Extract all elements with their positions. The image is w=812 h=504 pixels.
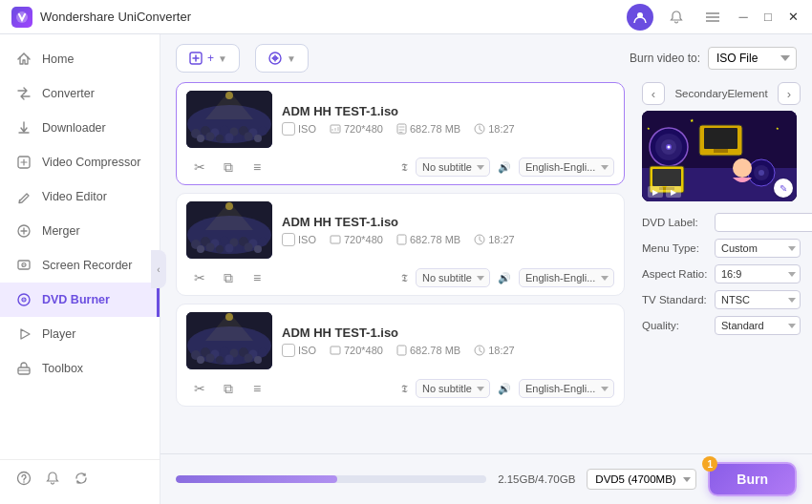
- maximize-button[interactable]: □: [760, 10, 776, 25]
- cut-btn-1[interactable]: ✂: [190, 158, 209, 177]
- editor-icon: [15, 188, 32, 205]
- minimize-button[interactable]: ─: [736, 10, 751, 25]
- menu-icon[interactable]: [699, 4, 726, 31]
- svg-point-15: [23, 481, 25, 483]
- edit-template-button[interactable]: ✎: [774, 178, 793, 198]
- copy-btn-3[interactable]: ⧉: [219, 379, 238, 398]
- svg-point-49: [258, 237, 267, 246]
- sidebar-item-merger[interactable]: Merger: [0, 214, 160, 248]
- sidebar-item-home[interactable]: Home: [0, 42, 160, 76]
- svg-point-34: [245, 133, 253, 141]
- audio-select-2[interactable]: English-Engli...: [519, 268, 614, 287]
- svg-point-72: [206, 354, 215, 363]
- downloader-icon: [15, 119, 32, 136]
- copy-btn-2[interactable]: ⧉: [219, 268, 238, 287]
- preview-mini-icon-2: ▶: [666, 186, 681, 198]
- dvd-label-input[interactable]: [715, 213, 812, 232]
- sidebar-item-downloader[interactable]: Downloader: [0, 111, 160, 145]
- add-media-dropdown[interactable]: ▼: [287, 53, 296, 64]
- add-file-label: +: [207, 52, 214, 65]
- svg-rect-96: [652, 169, 681, 186]
- sync-icon[interactable]: [73, 470, 90, 487]
- sidebar-item-screen-recorder[interactable]: Screen Recorder: [0, 248, 160, 283]
- sidebar-item-dvd-burner[interactable]: DVD Burner: [0, 283, 160, 317]
- main-layout: Home Converter Downloader: [0, 34, 812, 504]
- svg-point-73: [216, 356, 224, 364]
- storage-info: 2.15GB/4.70GB: [498, 473, 575, 485]
- subtitle-select-1[interactable]: No subtitle: [416, 158, 490, 177]
- sidebar-item-video-editor[interactable]: Video Editor: [0, 179, 160, 214]
- file-format-1: ISO: [282, 122, 316, 136]
- svg-point-54: [235, 245, 243, 253]
- add-file-dropdown[interactable]: ▼: [218, 53, 227, 64]
- format-checkbox-2[interactable]: [282, 233, 295, 246]
- burn-target-select[interactable]: ISO File DVD Disc DVD Folder: [708, 47, 797, 70]
- add-file-button[interactable]: + ▼: [176, 44, 240, 73]
- cut-btn-3[interactable]: ✂: [190, 379, 209, 398]
- svg-rect-80: [397, 346, 406, 355]
- converter-icon: [15, 85, 32, 102]
- svg-point-32: [225, 134, 234, 142]
- subtitle-icon-3: 𝕿: [401, 383, 408, 395]
- sidebar-item-player[interactable]: Player: [0, 317, 160, 351]
- file-card-3: ADM HH TEST-1.iso ISO 720*480: [176, 304, 625, 407]
- aspect-ratio-select[interactable]: 16:9 4:3: [715, 264, 801, 284]
- sidebar-label-compressor: Video Compressor: [42, 156, 140, 169]
- file-name-3: ADM HH TEST-1.iso: [282, 326, 614, 340]
- menu-btn-2[interactable]: ≡: [247, 268, 267, 287]
- audio-select-3[interactable]: English-Engli...: [519, 379, 614, 398]
- file-thumbnail-2: [186, 201, 272, 259]
- sidebar-item-converter[interactable]: Converter: [0, 76, 160, 111]
- aspect-ratio-row: Aspect Ratio: 16:9 4:3: [642, 264, 801, 284]
- menu-type-select[interactable]: Custom None Standard: [715, 239, 801, 258]
- tv-standard-row: TV Standard: NTSC PAL: [642, 290, 801, 309]
- file-controls-2: 𝕿 No subtitle 🔊 English-Engli...: [276, 268, 614, 287]
- sidebar-label-downloader: Downloader: [42, 121, 106, 135]
- file-actions-3: ✂ ⧉ ≡ 𝕿 No subtitle 🔊 English-Engli...: [186, 375, 614, 398]
- format-checkbox-1[interactable]: [282, 122, 295, 136]
- subtitle-select-2[interactable]: No subtitle: [416, 268, 490, 287]
- help-icon[interactable]: [15, 470, 32, 487]
- close-button[interactable]: ✕: [785, 10, 801, 25]
- dvd-burner-icon: [15, 291, 32, 308]
- svg-point-50: [197, 245, 204, 253]
- burn-button-wrap: 1 Burn: [708, 462, 797, 496]
- svg-point-98: [733, 158, 752, 178]
- bell-icon[interactable]: [44, 470, 61, 487]
- svg-point-71: [197, 356, 204, 364]
- prev-template-button[interactable]: ‹: [642, 82, 665, 105]
- menu-btn-1[interactable]: ≡: [247, 158, 267, 177]
- svg-rect-59: [397, 235, 406, 244]
- svg-rect-79: [331, 346, 340, 354]
- svg-point-52: [216, 245, 224, 253]
- sidebar-item-video-compressor[interactable]: Video Compressor: [0, 145, 160, 179]
- add-media-button[interactable]: ▼: [255, 44, 309, 73]
- disc-type-select[interactable]: DVD5 (4700MB) DVD9 (8500MB): [587, 469, 696, 490]
- file-actions-1: ✂ ⧉ ≡ 𝕿 No subtitle 🔊 English-Engli...: [186, 154, 614, 177]
- file-info-3: ADM HH TEST-1.iso ISO 720*480: [282, 326, 614, 357]
- notification-icon[interactable]: [663, 4, 690, 31]
- sidebar-collapse-arrow[interactable]: ‹: [151, 250, 166, 288]
- file-thumbnail-1: [186, 91, 272, 148]
- file-resolution-3: 720*480: [330, 345, 383, 356]
- menu-type-label: Menu Type:: [642, 242, 711, 254]
- aspect-ratio-label: Aspect Ratio:: [642, 268, 711, 280]
- file-card-top-3: ADM HH TEST-1.iso ISO 720*480: [186, 312, 614, 369]
- svg-point-94: [759, 170, 764, 176]
- quality-select[interactable]: Standard High Low: [715, 316, 801, 335]
- audio-select-1[interactable]: English-Engli...: [519, 158, 614, 177]
- burn-button[interactable]: Burn: [708, 462, 797, 496]
- sidebar-label-converter: Converter: [42, 87, 95, 100]
- file-meta-1: ISO 720*480 682.78 MB: [282, 122, 614, 136]
- cut-btn-2[interactable]: ✂: [190, 268, 209, 287]
- next-template-button[interactable]: ›: [778, 82, 801, 105]
- tv-standard-select[interactable]: NTSC PAL: [715, 290, 801, 309]
- menu-btn-3[interactable]: ≡: [247, 379, 267, 398]
- user-icon[interactable]: [627, 4, 653, 31]
- copy-btn-1[interactable]: ⧉: [219, 158, 238, 177]
- format-checkbox-3[interactable]: [282, 344, 295, 357]
- svg-rect-85: [704, 128, 737, 149]
- subtitle-select-3[interactable]: No subtitle: [416, 379, 490, 398]
- sidebar-item-toolbox[interactable]: Toolbox: [0, 351, 160, 386]
- svg-point-91: [668, 146, 671, 149]
